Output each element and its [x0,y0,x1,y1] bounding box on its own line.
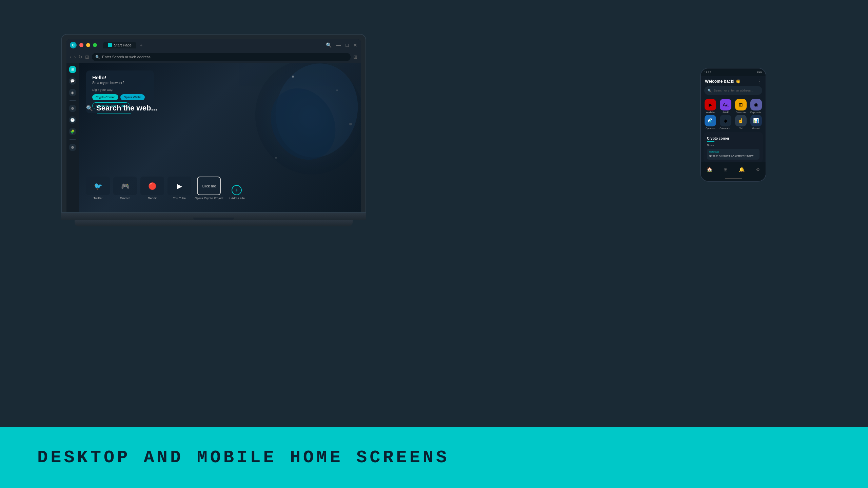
phone-welcome-text: Welcome back! 👋 [705,79,741,84]
sidebar-messages-icon[interactable]: 💬 [69,77,76,85]
phone-header: Welcome back! 👋 ⋮ [701,76,766,86]
dial-twitter[interactable]: 🐦 Twitter [86,177,110,200]
svg-point-5 [349,123,352,125]
hello-subtitle: So a crypto browser? [92,81,148,85]
laptop-base [61,213,366,220]
browser-sidebar: ⊞ 💬 ◉ ⚙ 🕐 🧩 ⚙ [66,63,79,212]
home-button[interactable]: ⊞ [85,54,89,60]
phone-battery: 89% [757,71,762,74]
search-titlebar-icon[interactable]: 🔍 [326,42,332,48]
extensions-button[interactable]: ⊞ [353,54,357,60]
phone-search-text: Search or enter an address... [714,89,753,92]
sidebar-settings-icon[interactable]: ⚙ [69,105,76,112]
crypto-corner-button[interactable]: Crypto Corner [92,94,118,100]
address-bar[interactable]: 🔍 Enter Search or web address [92,53,351,61]
minimize-button[interactable] [86,43,90,47]
maximize-button[interactable] [93,43,97,47]
phone-messari-icon: 📊 [750,115,762,126]
phone-news-card[interactable]: Reformat NFTs In A Nutshell: A Weekly Re… [707,149,760,160]
dig-label: Dig it your way: [92,88,148,92]
phone-nav-home[interactable]: 🏠 [707,167,712,172]
minimize-icon[interactable]: — [336,42,341,48]
youtube-label: You Tube [173,197,186,200]
dial-discord[interactable]: 🎮 Discord [113,177,137,200]
sidebar-crypto-icon[interactable]: ◉ [69,89,76,96]
phone-youtube-icon: ▶ [705,99,716,110]
active-tab[interactable]: Start Page [103,42,136,48]
phone-dial-dappradar[interactable]: ◉ Dappradar [749,99,763,114]
phone-coinbook-label: Coinbook [736,111,746,114]
laptop-bottom [75,220,353,226]
back-button[interactable]: ‹ [70,54,72,60]
search-underline [97,114,131,114]
sidebar-divider-2 [70,139,76,140]
phone-crypto-corner-title: Crypto corner [707,137,729,140]
phone-news-headline: NFTs In A Nutshell: A Weekly Review [709,154,757,158]
phone-dial-yat[interactable]: ☝ Yat [734,115,748,129]
dial-opera-crypto[interactable]: Click me Opera Crypto Project [195,177,223,200]
add-site-button[interactable]: + + Add a site [229,185,245,200]
sidebar-gear-icon[interactable]: ⚙ [69,144,76,151]
browser-body: ⊞ 💬 ◉ ⚙ 🕐 🧩 ⚙ [66,63,361,212]
phone-home-indicator [725,178,742,179]
youtube-icon-box: ▶ [167,177,191,195]
dial-youtube[interactable]: ▶ You Tube [167,177,191,200]
phone-crypto-underline [707,141,714,142]
window-controls: 🔍 — □ ✕ [326,42,357,48]
phone-crypto-corner: Crypto corner News Reformat NFTs In A Nu… [704,132,763,162]
phone-search-bar[interactable]: 🔍 Search or enter an address... [704,86,762,95]
reload-button[interactable]: ↻ [78,54,82,60]
phone-coinmark-icon: ◆ [720,115,731,126]
discord-icon-box: 🎮 [113,177,137,195]
laptop-screen: O Start Page + 🔍 — □ ✕ [61,34,366,213]
phone-dial-coinbook[interactable]: ⊞ Coinbook [734,99,748,114]
forward-button[interactable]: › [74,54,76,60]
search-text: Search the web... [96,104,157,113]
mobile-phone: 11:27 89% Welcome back! 👋 ⋮ 🔍 Search or … [700,68,766,182]
bottom-bar-text: DESKTOP AND MOBILE HOME SCREENS [37,448,449,468]
phone-nav-grid[interactable]: ⊞ [724,167,728,172]
phone-dial-opensea[interactable]: 🌊 Opensea [704,115,717,129]
browser-window: O Start Page + 🔍 — □ ✕ [66,39,361,212]
maximize-icon[interactable]: □ [346,42,349,48]
new-tab-button[interactable]: + [140,42,142,48]
phone-aave-label: AAVE [723,111,729,114]
phone-speed-dial-grid: ▶ YouTube Aa AAVE ⊞ Coinbook ◉ Dappradar… [701,98,766,131]
close-icon[interactable]: ✕ [353,42,357,48]
dial-reddit[interactable]: 🔴 Reddit [140,177,164,200]
phone-bottom-nav: 🏠 ⊞ 🔔 ⚙ [701,164,766,176]
bottom-bar: DESKTOP AND MOBILE HOME SCREENS [0,427,868,488]
phone-dial-aave[interactable]: Aa AAVE [719,99,733,114]
opera-wallet-button[interactable]: Opera Wallet [120,94,145,100]
phone-dial-coinmark[interactable]: ◆ Coinmark... [719,115,733,129]
search-area: 🔍 Search the web... [86,104,157,114]
phone-nav-bell[interactable]: 🔔 [739,167,745,172]
close-button[interactable] [79,43,83,47]
sidebar-history-icon[interactable]: 🕐 [69,116,76,124]
phone-dial-messari[interactable]: 📊 Messari [749,115,763,129]
laptop-hinge [193,218,234,220]
background-decoration [242,63,361,185]
phone-coinmark-label: Coinmark... [719,127,732,129]
sidebar-home-icon[interactable]: ⊞ [69,66,76,73]
sidebar-extensions-icon[interactable]: 🧩 [69,128,76,135]
phone-status-bar: 11:27 89% [701,68,766,76]
phone-home-bar [701,176,766,181]
phone-menu-icon[interactable]: ⋮ [757,79,762,84]
phone-news-label: News [707,144,760,147]
opera-crypto-label: Opera Crypto Project [195,197,223,200]
phone-yat-icon: ☝ [735,115,747,126]
phone-yat-label: Yat [739,127,743,129]
phone-aave-icon: Aa [720,99,731,110]
lock-icon: 🔍 [95,55,100,59]
phone-dial-youtube[interactable]: ▶ YouTube [704,99,717,114]
phone-news-tag: Reformat [709,151,757,153]
reddit-label: Reddit [148,197,157,200]
phone-search-icon: 🔍 [708,89,712,93]
browser-content: Hello! So a crypto browser? Dig it your … [79,63,361,212]
speed-dial: 🐦 Twitter 🎮 Discord 🔴 Reddit ▶ [86,177,245,200]
sidebar-divider [70,100,76,101]
phone-dappradar-label: Dappradar [750,111,762,114]
phone-nav-settings[interactable]: ⚙ [756,167,760,172]
add-site-plus-icon: + [232,185,242,195]
